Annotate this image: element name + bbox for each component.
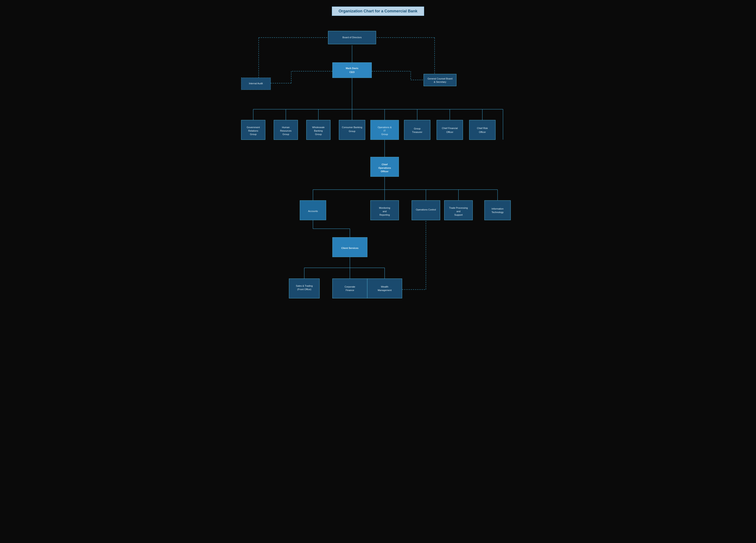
svg-text:Mark Davis: Mark Davis [346,67,358,70]
general-counsel-node: General Counsel Board & Secretary [424,74,456,86]
svg-rect-96 [485,200,511,220]
extra-node [491,120,515,140]
svg-text:and: and [456,210,460,213]
svg-text:Sales & Trading: Sales & Trading [296,285,313,287]
ops-control-node: Operations Control [412,200,440,220]
svg-text:Group: Group [250,133,256,136]
board-node: Board of Directors [328,31,376,44]
svg-text:Chief Financial: Chief Financial [442,127,458,129]
svg-text:Client Services: Client Services [341,247,358,249]
svg-text:Group: Group [315,133,322,136]
sales-trading-node: Sales & Trading (Front Office) [289,279,319,298]
gov-relations-node: Government Relations Group [241,120,265,140]
consumer-banking-node: Consumer Banking Group [339,120,365,140]
svg-text:Accounts: Accounts [308,210,318,212]
svg-text:Support: Support [454,214,463,216]
svg-text:Operations Control: Operations Control [416,208,436,211]
svg-text:Board of Directors: Board of Directors [342,36,362,39]
svg-text:CEO: CEO [349,71,355,73]
svg-text:Relations: Relations [248,129,258,132]
accounts-node: Accounts [300,200,326,220]
coo-node: Chief Operations Officer [371,157,399,177]
svg-text:Group: Group [414,127,420,130]
group-treasurer-node: Group Treasurer [404,120,430,140]
svg-rect-104 [333,279,367,298]
svg-text:Operations &: Operations & [377,126,392,129]
svg-text:General Counsel Board: General Counsel Board [427,77,452,80]
svg-text:Consumer Banking: Consumer Banking [342,126,362,129]
svg-text:and: and [382,210,386,213]
svg-text:Government: Government [246,126,260,129]
svg-text:Monitoring: Monitoring [379,207,390,209]
org-svg: .sv-node rect { stroke: #4a9ec0; stroke-… [237,25,519,372]
svg-text:& Secretary: & Secretary [434,81,446,83]
wholesale-banking-node: Wholeseale Banking Group [306,120,330,140]
title-text: Organization Chart for a Commercial Bank [332,7,424,16]
svg-text:Finance: Finance [346,289,354,291]
svg-text:Reporting: Reporting [379,214,390,216]
org-chart: .sv-node rect { stroke: #4a9ec0; stroke-… [237,25,519,373]
monitoring-node: Monitoring and Reporting [371,200,399,220]
info-tech-node: Information Technology [485,200,511,220]
svg-text:Resources: Resources [280,129,291,132]
svg-rect-107 [367,279,402,298]
svg-text:Management: Management [377,289,391,291]
hr-group-node: Human Resources Group [274,120,298,140]
svg-rect-47 [424,74,456,86]
svg-text:Officer: Officer [479,131,486,133]
svg-text:Wholeseale: Wholeseale [312,126,324,129]
svg-text:Chief Risk: Chief Risk [477,127,488,129]
chart-title: Organization Chart for a Commercial Bank [237,7,519,16]
svg-text:Operations: Operations [378,167,391,169]
svg-text:IT: IT [384,129,386,132]
svg-rect-72 [437,120,463,140]
trade-processing-node: Trade Processing and Support [444,200,473,220]
svg-text:Officer: Officer [381,170,389,173]
svg-text:Wealth: Wealth [381,285,388,288]
svg-text:Group: Group [282,133,289,136]
svg-text:Banking: Banking [314,129,323,132]
ops-it-node: Operations & IT Group [371,120,399,140]
client-services-node: Client Services [333,237,367,257]
ceo-node: Mark Davis CEO [333,63,372,78]
wealth-mgmt-node: Wealth Management [367,279,402,298]
svg-text:Officer: Officer [446,131,453,133]
svg-text:(Front Office): (Front Office) [297,288,311,291]
svg-text:Group: Group [381,133,388,136]
svg-text:Corporate: Corporate [344,285,355,288]
svg-text:Treasurer: Treasurer [412,131,422,133]
corporate-finance-node: Corporate Finance [333,279,367,298]
chart-container: Organization Chart for a Commercial Bank… [237,7,519,373]
svg-text:Chief: Chief [382,163,388,166]
svg-text:Human: Human [282,126,289,129]
svg-rect-69 [404,120,430,140]
svg-text:Technology: Technology [491,211,504,214]
svg-text:Trade Processing: Trade Processing [449,207,468,209]
internal-audit-node: Internal Audit [241,78,271,90]
svg-rect-42 [333,63,372,78]
svg-text:Internal Audit: Internal Audit [249,82,263,85]
svg-text:Information: Information [491,207,503,210]
svg-text:Group: Group [349,130,355,132]
cfo-node: Chief Financial Officer [437,120,463,140]
